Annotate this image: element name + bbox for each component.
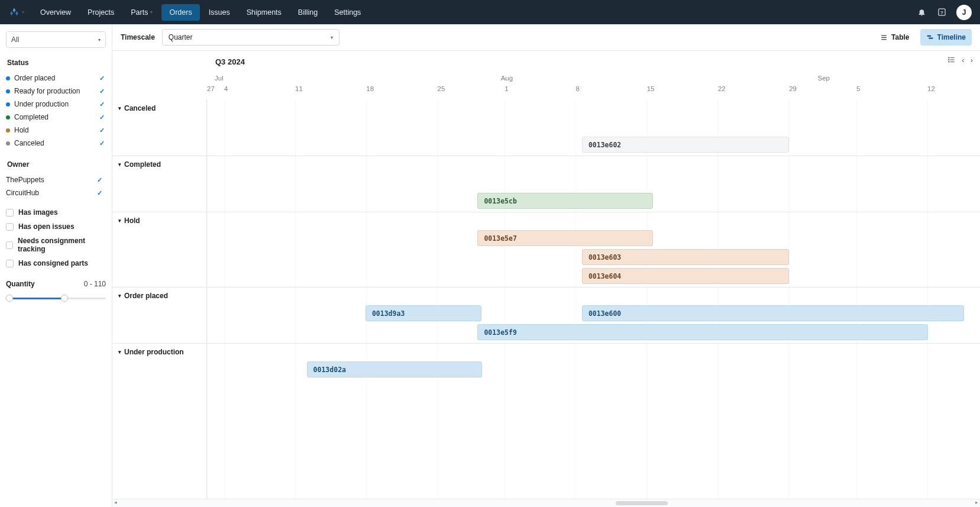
owner-filter-row[interactable]: ThePuppets✓ bbox=[6, 173, 104, 186]
timeline-bar[interactable]: 0013e604 bbox=[582, 268, 789, 284]
flag-checkbox-row[interactable]: Needs consignment tracking bbox=[6, 234, 106, 256]
status-filter-row[interactable]: Canceled✓ bbox=[6, 137, 106, 150]
chevron-down-icon: ▾ bbox=[118, 218, 121, 224]
flag-label: Needs consignment tracking bbox=[18, 237, 106, 253]
quantity-range-value: 0 - 110 bbox=[84, 280, 106, 288]
nav-tab-overview[interactable]: Overview bbox=[33, 4, 79, 21]
chevron-down-icon: ▾ bbox=[331, 35, 333, 40]
flag-checkbox-row[interactable]: Has images bbox=[6, 205, 106, 219]
owner-heading: Owner bbox=[7, 160, 106, 169]
status-filter-row[interactable]: Hold✓ bbox=[6, 124, 106, 137]
notifications-icon[interactable] bbox=[916, 7, 927, 18]
filter-preset-select[interactable]: All ▾ bbox=[6, 31, 106, 48]
check-icon: ✓ bbox=[97, 189, 102, 197]
chevron-down-icon: ▾ bbox=[118, 349, 121, 355]
nav-tab-projects[interactable]: Projects bbox=[80, 4, 122, 21]
flag-label: Has consigned parts bbox=[18, 259, 88, 267]
status-label: Hold bbox=[14, 126, 29, 134]
nav-tab-settings[interactable]: Settings bbox=[326, 4, 368, 21]
scroll-right-icon[interactable]: ▸ bbox=[975, 499, 978, 505]
status-filter-row[interactable]: Order placed✓ bbox=[6, 72, 106, 85]
date-tick: 1 bbox=[504, 85, 508, 92]
workspace-dropdown-icon[interactable]: ▾ bbox=[22, 9, 24, 15]
timeline-bar[interactable]: 0013e600 bbox=[582, 305, 964, 321]
chevron-down-icon: ▾ bbox=[98, 37, 101, 43]
check-icon: ✓ bbox=[99, 88, 105, 95]
nav-tab-parts[interactable]: Parts▾ bbox=[123, 4, 160, 21]
status-filter-row[interactable]: Completed✓ bbox=[6, 111, 106, 124]
status-filter-row[interactable]: Ready for production✓ bbox=[6, 85, 106, 98]
month-tick: Jul bbox=[215, 75, 224, 82]
flag-checkbox-row[interactable]: Has consigned parts bbox=[6, 256, 106, 270]
flag-checkbox-row[interactable]: Has open issues bbox=[6, 219, 106, 234]
view-table-button[interactable]: Table bbox=[874, 29, 915, 46]
timeline-bar[interactable]: 0013d9a3 bbox=[366, 305, 481, 321]
nav-tab-orders[interactable]: Orders bbox=[161, 4, 199, 21]
owner-label: CircuitHub bbox=[6, 189, 39, 197]
timeline-group-toggle[interactable]: ▾Hold bbox=[112, 212, 206, 230]
timeline-group-toggle[interactable]: ▾Order placed bbox=[112, 287, 206, 305]
timeline-horizontal-scrollbar[interactable]: ◂ ▸ bbox=[112, 499, 980, 507]
timescale-value: Quarter bbox=[169, 33, 193, 41]
status-dot-icon bbox=[6, 141, 10, 146]
svg-point-11 bbox=[949, 59, 949, 60]
chevron-down-icon: ▾ bbox=[118, 105, 121, 111]
timeline-bar[interactable]: 0013d02a bbox=[307, 361, 483, 377]
quantity-slider[interactable] bbox=[6, 293, 106, 305]
timeline-list-icon[interactable] bbox=[947, 56, 956, 66]
checkbox-icon bbox=[6, 209, 14, 217]
avatar[interactable]: J bbox=[956, 5, 972, 20]
status-dot-icon bbox=[6, 128, 10, 133]
status-heading: Status bbox=[7, 59, 106, 67]
timeline-period-title: Q3 2024 bbox=[215, 57, 245, 66]
date-tick: 18 bbox=[366, 85, 374, 92]
owner-label: ThePuppets bbox=[6, 176, 44, 184]
app-logo[interactable] bbox=[8, 7, 20, 18]
status-dot-icon bbox=[6, 89, 10, 93]
timeline-group-toggle[interactable]: ▾Under production bbox=[112, 343, 206, 361]
nav-tab-shipments[interactable]: Shipments bbox=[239, 4, 289, 21]
timeline-bar[interactable]: 0013e5f9 bbox=[477, 324, 928, 340]
help-icon[interactable]: ? bbox=[936, 7, 947, 18]
chevron-down-icon: ▾ bbox=[118, 162, 121, 167]
timeline-bar[interactable]: 0013e5e7 bbox=[477, 230, 653, 246]
status-dot-icon bbox=[6, 102, 10, 106]
timeline-group-toggle[interactable]: ▾Completed bbox=[112, 156, 206, 173]
timescale-select[interactable]: Quarter ▾ bbox=[162, 29, 339, 46]
month-tick: Aug bbox=[501, 75, 513, 82]
status-dot-icon bbox=[6, 76, 10, 80]
scrollbar-thumb[interactable] bbox=[616, 501, 668, 505]
scroll-left-icon[interactable]: ◂ bbox=[114, 499, 117, 505]
check-icon: ✓ bbox=[99, 114, 105, 121]
group-label: Canceled bbox=[124, 104, 156, 112]
group-label: Hold bbox=[124, 217, 140, 225]
timeline-bar[interactable]: 0013e603 bbox=[582, 249, 789, 265]
svg-rect-6 bbox=[929, 37, 933, 38]
timeline-group-toggle[interactable]: ▾Canceled bbox=[112, 99, 206, 117]
status-label: Completed bbox=[14, 113, 48, 121]
timeline-bar[interactable]: 0013e5cb bbox=[477, 193, 653, 209]
svg-rect-5 bbox=[927, 35, 931, 36]
date-tick: 5 bbox=[856, 85, 860, 92]
timeline-prev-button[interactable]: ‹ bbox=[962, 56, 964, 66]
timeline-next-button[interactable]: › bbox=[971, 56, 973, 66]
timeline-bar[interactable]: 0013e602 bbox=[582, 137, 789, 153]
timescale-label: Timescale bbox=[121, 33, 155, 41]
date-tick: 27 bbox=[207, 85, 215, 92]
nav-tab-issues[interactable]: Issues bbox=[201, 4, 238, 21]
check-icon: ✓ bbox=[99, 75, 105, 82]
chevron-down-icon: ▾ bbox=[118, 293, 121, 299]
flag-label: Has images bbox=[18, 208, 58, 217]
nav-tab-billing[interactable]: Billing bbox=[290, 4, 325, 21]
status-filter-row[interactable]: Under production✓ bbox=[6, 98, 106, 111]
date-tick: 25 bbox=[437, 85, 445, 92]
flag-label: Has open issues bbox=[18, 222, 75, 231]
owner-filter-row[interactable]: CircuitHub✓ bbox=[6, 186, 104, 199]
status-label: Canceled bbox=[14, 139, 44, 147]
month-tick: Sep bbox=[818, 75, 830, 82]
filter-preset-value: All bbox=[11, 35, 19, 44]
view-timeline-button[interactable]: Timeline bbox=[920, 29, 972, 46]
date-tick: 8 bbox=[575, 85, 579, 92]
status-label: Ready for production bbox=[14, 87, 80, 95]
group-label: Under production bbox=[124, 348, 184, 356]
